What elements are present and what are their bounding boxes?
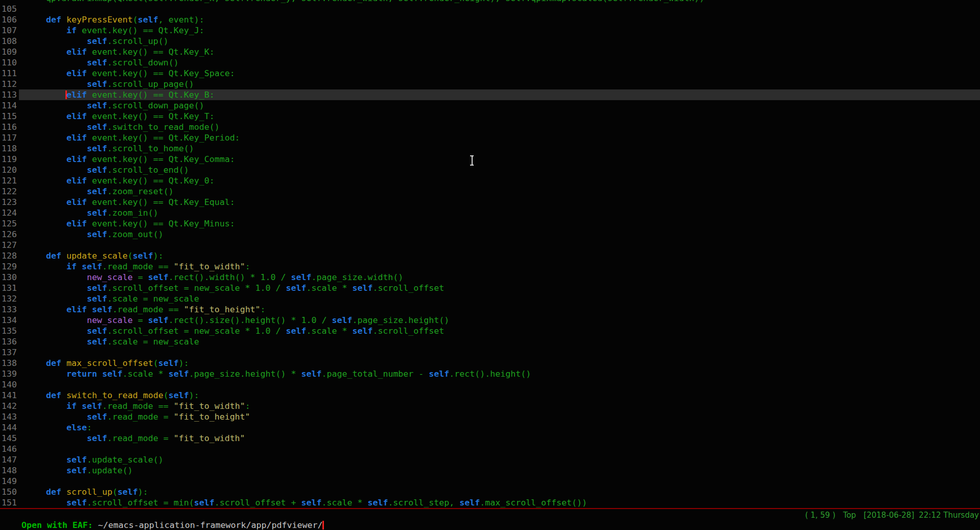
code-line-134[interactable]: 134 new_scale = self.rect().size().heigh… <box>0 315 980 326</box>
code-text: elif event.key() == Qt.Key_B: <box>19 89 980 100</box>
code-buffer[interactable]: qp.drawPixmap(QRect(self.render_x, self.… <box>0 0 980 508</box>
code-text: elif event.key() == Qt.Key_0: <box>19 175 980 186</box>
code-text: self.read_mode = "fit_to_width" <box>19 433 980 444</box>
code-text: self.scroll_to_home() <box>19 143 980 154</box>
code-text: if self.read_mode == "fit_to_width": <box>19 261 980 272</box>
code-line-131[interactable]: 131 self.scroll_offset = new_scale * 1.0… <box>0 283 980 293</box>
code-text: elif event.key() == Qt.Key_Comma: <box>19 154 980 165</box>
code-line-141[interactable]: 141 def switch_to_read_mode(self): <box>0 390 980 401</box>
code-text: self.scroll_up() <box>19 36 980 47</box>
tray-cursor-position: ( 1, 59 ) <box>805 511 835 520</box>
code-line-111[interactable]: 111 elif event.key() == Qt.Key_Space: <box>0 68 980 79</box>
code-line-137[interactable]: 137 <box>0 347 980 358</box>
code-text: self.update_scale() <box>19 454 980 465</box>
code-text: def keyPressEvent(self, event): <box>19 14 980 25</box>
code-line-138[interactable]: 138 def max_scroll_offset(self): <box>0 358 980 368</box>
mouse-cursor-ibeam-icon <box>470 155 474 166</box>
code-line-126[interactable]: 126 self.zoom_out() <box>0 229 980 240</box>
code-line-148[interactable]: 148 self.update() <box>0 465 980 476</box>
code-line-142[interactable]: 142 if self.read_mode == "fit_to_width": <box>0 401 980 411</box>
code-line-139[interactable]: 139 return self.scale * self.page_size.h… <box>0 368 980 379</box>
code-line-135[interactable]: 135 self.scroll_offset = new_scale * 1.0… <box>0 326 980 336</box>
code-text: self.scroll_down_page() <box>19 100 980 111</box>
code-text <box>19 347 980 358</box>
code-text: self.scale = new_scale <box>19 336 980 347</box>
code-line-136[interactable]: 136 self.scale = new_scale <box>0 336 980 347</box>
code-line-123[interactable]: 123 elif event.key() == Qt.Key_Equal: <box>0 197 980 208</box>
code-text <box>19 4 980 14</box>
echo-area: Open with EAF: ~/emacs-application-frame… <box>0 508 980 530</box>
code-line-113[interactable]: 113 elif event.key() == Qt.Key_B: <box>0 89 980 100</box>
code-text: self.zoom_in() <box>19 208 980 218</box>
code-line-107[interactable]: 107 if event.key() == Qt.Key_J: <box>0 25 980 36</box>
awesome-tray: ( 1, 59 )Top[2018-06-28]22:12 Thursday <box>796 501 979 529</box>
code-text: self.scroll_up_page() <box>19 79 980 89</box>
code-text: self.zoom_reset() <box>19 186 980 197</box>
code-line-110[interactable]: 110 self.scroll_down() <box>0 57 980 68</box>
code-text: def scroll_up(self): <box>19 487 980 497</box>
tray-scroll-state: Top <box>843 511 856 520</box>
code-text: def update_scale(self): <box>19 250 980 261</box>
code-line-128[interactable]: 128 def update_scale(self): <box>0 250 980 261</box>
code-line-117[interactable]: 117 elif event.key() == Qt.Key_Period: <box>0 132 980 143</box>
partial-top-code-line: qp.drawPixmap(QRect(self.render_x, self.… <box>0 0 980 4</box>
minibuffer-cursor <box>322 521 324 529</box>
code-line-124[interactable]: 124 self.zoom_in() <box>0 208 980 218</box>
code-text: elif event.key() == Qt.Key_T: <box>19 111 980 122</box>
partial-line-text: qp.drawPixmap(QRect(self.render_x, self.… <box>26 0 705 4</box>
code-line-112[interactable]: 112 self.scroll_up_page() <box>0 79 980 89</box>
code-line-133[interactable]: 133 elif self.read_mode == "fit_to_heigh… <box>0 304 980 315</box>
code-line-150[interactable]: 150 def scroll_up(self): <box>0 487 980 497</box>
code-line-108[interactable]: 108 self.scroll_up() <box>0 36 980 47</box>
code-line-122[interactable]: 122 self.zoom_reset() <box>0 186 980 197</box>
code-text: self.scroll_offset = new_scale * 1.0 / s… <box>19 283 980 293</box>
minibuffer-input[interactable]: ~/emacs-application-framework/app/pdfvie… <box>98 520 323 530</box>
code-line-132[interactable]: 132 self.scale = new_scale <box>0 293 980 304</box>
code-text <box>19 476 980 487</box>
code-line-115[interactable]: 115 elif event.key() == Qt.Key_T: <box>0 111 980 122</box>
code-line-129[interactable]: 129 if self.read_mode == "fit_to_width": <box>0 261 980 272</box>
code-line-130[interactable]: 130 new_scale = self.rect().width() * 1.… <box>0 272 980 283</box>
code-line-121[interactable]: 121 elif event.key() == Qt.Key_0: <box>0 175 980 186</box>
code-text: elif event.key() == Qt.Key_K: <box>19 47 980 57</box>
code-text: self.scroll_to_end() <box>19 165 980 175</box>
emacs-window: { "colors": { "bg": "#040404", "lineno":… <box>0 0 980 530</box>
code-text: def switch_to_read_mode(self): <box>19 390 980 401</box>
code-text: else: <box>19 422 980 433</box>
code-line-106[interactable]: 106 def keyPressEvent(self, event): <box>0 14 980 25</box>
code-line-143[interactable]: 143 self.read_mode = "fit_to_height" <box>0 411 980 422</box>
code-lines: 105106 def keyPressEvent(self, event):10… <box>0 4 980 508</box>
code-line-140[interactable]: 140 <box>0 379 980 390</box>
code-line-119[interactable]: 119 elif event.key() == Qt.Key_Comma: <box>0 154 980 165</box>
code-line-127[interactable]: 127 <box>0 240 980 250</box>
code-line-114[interactable]: 114 self.scroll_down_page() <box>0 100 980 111</box>
code-text <box>19 379 980 390</box>
code-text: new_scale = self.rect().size().height() … <box>19 315 980 326</box>
code-line-145[interactable]: 145 self.read_mode = "fit_to_width" <box>0 433 980 444</box>
code-line-105[interactable]: 105 <box>0 4 980 14</box>
code-text <box>19 444 980 454</box>
code-line-146[interactable]: 146 <box>0 444 980 454</box>
code-text: elif event.key() == Qt.Key_Equal: <box>19 197 980 208</box>
code-line-144[interactable]: 144 else: <box>0 422 980 433</box>
code-line-147[interactable]: 147 self.update_scale() <box>0 454 980 465</box>
code-text: return self.scale * self.page_size.heigh… <box>19 368 980 379</box>
code-text: self.scroll_offset = new_scale * 1.0 / s… <box>19 326 980 336</box>
code-line-120[interactable]: 120 self.scroll_to_end() <box>0 165 980 175</box>
code-text: elif event.key() == Qt.Key_Period: <box>19 132 980 143</box>
code-line-116[interactable]: 116 self.switch_to_read_mode() <box>0 122 980 132</box>
code-text: self.scale = new_scale <box>19 293 980 304</box>
code-line-118[interactable]: 118 self.scroll_to_home() <box>0 143 980 154</box>
code-text <box>19 240 980 250</box>
code-text: elif event.key() == Qt.Key_Minus: <box>19 218 980 229</box>
code-text: new_scale = self.rect().width() * 1.0 / … <box>19 272 980 283</box>
code-line-109[interactable]: 109 elif event.key() == Qt.Key_K: <box>0 47 980 57</box>
code-text: self.switch_to_read_mode() <box>19 122 980 132</box>
code-line-125[interactable]: 125 elif event.key() == Qt.Key_Minus: <box>0 218 980 229</box>
code-text: def max_scroll_offset(self): <box>19 358 980 368</box>
code-text: self.read_mode = "fit_to_height" <box>19 411 980 422</box>
code-text: self.update() <box>19 465 980 476</box>
code-line-149[interactable]: 149 <box>0 476 980 487</box>
code-text: if event.key() == Qt.Key_J: <box>19 25 980 36</box>
tray-time: 22:12 Thursday <box>919 511 979 520</box>
